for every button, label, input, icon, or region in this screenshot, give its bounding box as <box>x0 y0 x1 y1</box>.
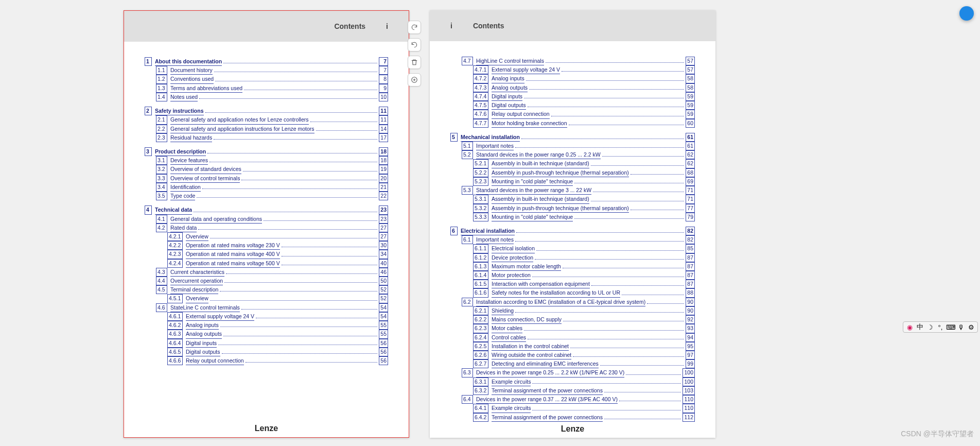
toc-number: 6.1.4 <box>473 271 488 280</box>
toc-row[interactable]: 5.2Standard devices in the power range 0… <box>462 150 695 159</box>
toc-title: Technical data <box>155 206 192 214</box>
toc-page: 59 <box>686 92 695 101</box>
toc-row[interactable]: 4.7.4Digital inputs59 <box>473 92 695 101</box>
toc-row[interactable]: 6.3.2Terminal assignment of the power co… <box>473 386 695 395</box>
toc-row[interactable]: 5.2.3Mounting in "cold plate" technique6… <box>473 177 695 186</box>
toc-row[interactable]: 4.6StateLine C control terminals54 <box>156 303 388 312</box>
toc-row[interactable]: 6.2.3Motor cables93 <box>473 324 695 333</box>
toc-row[interactable]: 5.2.2Assembly in push-through technique … <box>473 168 695 177</box>
toc-title: Overview of control terminals <box>170 175 240 183</box>
toc-row[interactable]: 1.3Terms and abbreviations used9 <box>156 84 388 93</box>
ime-toolbar[interactable]: ◉ 中 ☽ °, ⌨ 🎙 ⚙ <box>903 321 978 333</box>
toc-row[interactable]: 6.3Devices in the power range 0.25 ... 2… <box>462 368 695 377</box>
toc-row[interactable]: 4.7.7Motor holding brake connection60 <box>473 119 695 128</box>
toc-row[interactable]: 4.2.2Operation at rated mains voltage 23… <box>167 241 388 250</box>
toc-row[interactable]: 1About this documentation7 <box>145 57 388 66</box>
ime-settings-icon[interactable]: ⚙ <box>967 323 975 331</box>
toc-row[interactable]: 1.2Conventions used8 <box>156 75 388 83</box>
toc-row[interactable]: 2.1General safety and application notes … <box>156 115 388 124</box>
toc-row[interactable]: 6.1.4Motor protection87 <box>473 271 695 280</box>
toc-row[interactable]: 2.3Residual hazards17 <box>156 133 388 142</box>
toc-number: 6.2.3 <box>473 324 488 333</box>
toc-row[interactable]: 4.7.5Digital outputs59 <box>473 101 695 110</box>
toc-row[interactable]: 6.2Installation according to EMC (instal… <box>462 298 695 306</box>
toc-row[interactable]: 6.1.2Device protection87 <box>473 253 695 262</box>
toc-row[interactable]: 3Product description18 <box>145 147 388 156</box>
toc-row[interactable]: 5.2.1Assembly in built-in technique (sta… <box>473 159 695 168</box>
rotate-ccw-button[interactable] <box>408 38 421 52</box>
toc-row[interactable]: 4.6.3Analog outputs55 <box>167 330 388 338</box>
rotate-cw-button[interactable] <box>408 21 421 34</box>
ime-keyboard-icon[interactable]: ⌨ <box>947 323 955 331</box>
toc-row[interactable]: 4.2.3Operation at rated mains voltage 40… <box>167 250 388 259</box>
toc-number: 6.2.4 <box>473 333 488 342</box>
toc-row[interactable]: 4.7.2Analog inputs58 <box>473 74 695 83</box>
toc-row[interactable]: 6Electrical installation82 <box>450 227 695 235</box>
toc-row[interactable]: 3.2Overview of standard devices19 <box>156 165 388 174</box>
toc-row[interactable]: 4.7HighLine C control terminals57 <box>462 57 695 65</box>
ime-moon-icon[interactable]: ☽ <box>926 323 934 331</box>
toc-row[interactable]: 4.2.1Overview27 <box>167 232 388 241</box>
toc-row[interactable]: 6.2.4Control cables94 <box>473 333 695 342</box>
toc-row[interactable]: 6.4.1Example circuits110 <box>473 404 695 413</box>
toc-row[interactable]: 5.3.1Assembly in built-in technique (sta… <box>473 195 695 203</box>
toc-row[interactable]: 1.4Notes used10 <box>156 93 388 101</box>
toc-number: 5.3.2 <box>473 204 488 213</box>
toc-leader-dots <box>515 241 684 242</box>
toc-row[interactable]: 4.6.4Digital inputs56 <box>167 339 388 348</box>
add-page-button[interactable] <box>408 73 421 87</box>
ime-mic-icon[interactable]: 🎙 <box>957 323 965 331</box>
toc-row[interactable]: 4.6.5Digital outputs56 <box>167 348 388 356</box>
toc-row[interactable]: 4.2.4Operation at rated mains voltage 50… <box>167 259 388 268</box>
toc-row[interactable]: 6.1.3Maximum motor cable length87 <box>473 262 695 271</box>
toc-row[interactable]: 6.1Important notes82 <box>462 235 695 244</box>
toc-row[interactable]: 1.1Document history7 <box>156 66 388 75</box>
toc-row[interactable]: 6.4Devices in the power range 0.37 ... 2… <box>462 395 695 404</box>
toc-row[interactable]: 4.5.1Overview52 <box>167 294 388 303</box>
toc-row[interactable]: 4.7.1External supply voltage 24 V57 <box>473 65 695 74</box>
toc-title: Digital outputs <box>186 348 220 356</box>
toc-row[interactable]: 6.2.5Installation in the control cabinet… <box>473 342 695 351</box>
toc-row[interactable]: 2Safety instructions11 <box>145 107 388 115</box>
toc-row[interactable]: 4.6.2Analog inputs55 <box>167 321 388 330</box>
toc-row[interactable]: 5.3Standard devices in the power range 3… <box>462 186 695 195</box>
toc-row[interactable]: 5.1Important notes61 <box>462 142 695 150</box>
toc-row[interactable]: 5.3.2Assembly in push-through technique … <box>473 204 695 213</box>
toc-row[interactable]: 4.5Terminal description52 <box>156 285 388 294</box>
toc-number: 6.1.3 <box>473 262 488 271</box>
toc-row[interactable]: 6.2.7Detecting and eliminating EMC inter… <box>473 359 695 368</box>
toc-row[interactable]: 4.7.3Analog outputs58 <box>473 83 695 92</box>
toc-row[interactable]: 3.1Device features18 <box>156 156 388 165</box>
toc-row[interactable]: 4Technical data23 <box>145 205 388 214</box>
toc-row[interactable]: 4.6.1External supply voltage 24 V54 <box>167 312 388 321</box>
toc-row[interactable]: 6.1.1Electrical isolation85 <box>473 244 695 253</box>
toc-leader-dots <box>210 300 377 301</box>
toc-row[interactable]: 4.1General data and operating conditions… <box>156 215 388 224</box>
delete-button[interactable] <box>408 56 421 69</box>
toc-page: 61 <box>686 142 695 150</box>
toc-row[interactable]: 5.3.3Mounting in "cold plate" technique7… <box>473 213 695 221</box>
toc-row[interactable]: 6.2.1Shielding90 <box>473 306 695 315</box>
toc-row[interactable]: 5Mechanical installation61 <box>450 133 695 142</box>
ime-lang[interactable]: 中 <box>916 323 924 331</box>
toc-row[interactable]: 3.5Type code22 <box>156 192 388 200</box>
toc-row[interactable]: 6.1.5Interaction with compensation equip… <box>473 280 695 288</box>
page-right[interactable]: i Contents 4.7HighLine C control termina… <box>430 10 715 438</box>
toc-row[interactable]: 6.4.2Terminal assignment of the power co… <box>473 413 695 422</box>
toc-number: 4.2 <box>156 224 167 232</box>
ime-punct[interactable]: °, <box>936 323 944 331</box>
toc-row[interactable]: 4.2Rated data27 <box>156 224 388 232</box>
page-left[interactable]: Contents i 1About this documentation71.1… <box>124 10 409 438</box>
toc-row[interactable]: 6.1.6Safety notes for the installation a… <box>473 288 695 297</box>
toc-row[interactable]: 6.3.1Example circuits100 <box>473 378 695 386</box>
toc-row[interactable]: 4.6.6Relay output connection56 <box>167 356 388 365</box>
toc-row[interactable]: 6.2.2Mains connection, DC supply92 <box>473 315 695 324</box>
toc-row[interactable]: 4.7.6Relay output connection59 <box>473 110 695 118</box>
toc-row[interactable]: 4.4Overcurrent operation50 <box>156 277 388 285</box>
toc-row[interactable]: 3.3Overview of control terminals20 <box>156 174 388 183</box>
toc-row[interactable]: 3.4Identification21 <box>156 183 388 192</box>
toc-row[interactable]: 2.2General safety and application instru… <box>156 125 388 133</box>
assistant-badge[interactable] <box>959 6 974 21</box>
toc-row[interactable]: 6.2.6Wiring outside the control cabinet9… <box>473 351 695 359</box>
toc-row[interactable]: 4.3Current characteristics46 <box>156 268 388 277</box>
